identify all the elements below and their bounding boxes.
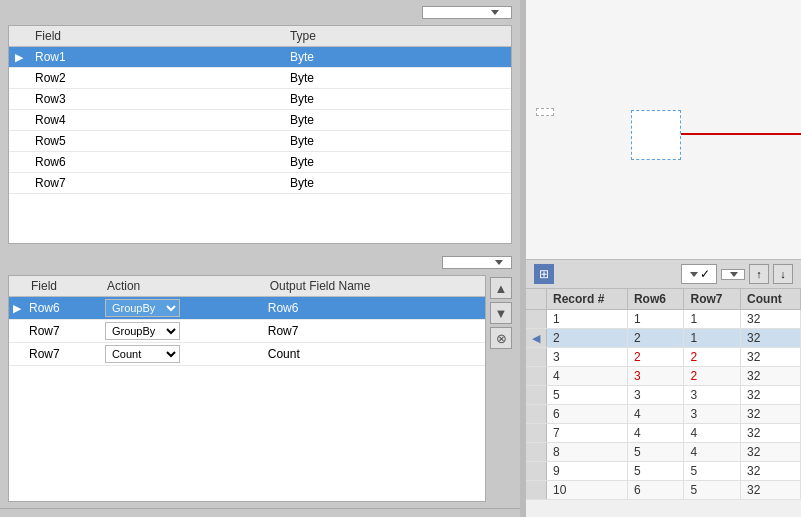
row-marker: [526, 386, 547, 405]
row-indicator: ▶: [9, 47, 29, 68]
field-type: Byte: [284, 47, 511, 68]
action-type-select[interactable]: Count: [105, 345, 180, 363]
move-up-button[interactable]: ▲: [490, 277, 512, 299]
actions-col-action: Action: [101, 276, 264, 297]
action-type-select[interactable]: GroupBy: [105, 299, 180, 317]
result-count: 32: [741, 386, 801, 405]
result-count: 32: [741, 443, 801, 462]
results-table-row[interactable]: 10 6 5 32: [526, 481, 801, 500]
field-type: Byte: [284, 173, 511, 194]
checkmark-icon: ✓: [700, 267, 710, 281]
actions-table-row[interactable]: ▶ Row6 GroupBy Row6: [9, 297, 485, 320]
row-indicator: [9, 152, 29, 173]
action-output: Row7: [264, 320, 485, 343]
field-type: Byte: [284, 68, 511, 89]
fields-table-row[interactable]: Row6 Byte: [9, 152, 511, 173]
result-count: 32: [741, 367, 801, 386]
result-record: 2: [547, 329, 628, 348]
action-type-cell: GroupBy: [101, 320, 264, 343]
results-table-row[interactable]: 7 4 4 32: [526, 424, 801, 443]
cell-viewer-button[interactable]: [721, 269, 745, 280]
result-row7: 3: [684, 405, 741, 424]
actions-header: [8, 256, 512, 269]
field-type: Byte: [284, 110, 511, 131]
actions-body: Field Action Output Field Name ▶ Row6 Gr…: [8, 275, 512, 502]
row-marker: [526, 348, 547, 367]
results-table-row[interactable]: 3 2 2 32: [526, 348, 801, 367]
result-row7: 3: [684, 386, 741, 405]
row-marker: [526, 443, 547, 462]
results-table-row[interactable]: 8 5 4 32: [526, 443, 801, 462]
actions-controls: ▲ ▼ ⊗: [490, 275, 512, 502]
result-row6: 6: [627, 481, 684, 500]
results-col-row7: Row7: [684, 289, 741, 310]
fields-table-row[interactable]: Row2 Byte: [9, 68, 511, 89]
field-type: Byte: [284, 89, 511, 110]
result-record: 6: [547, 405, 628, 424]
result-row6: 2: [627, 329, 684, 348]
row-indicator: ▶: [9, 297, 25, 320]
move-down-button[interactable]: ▼: [490, 302, 512, 324]
result-row7: 5: [684, 462, 741, 481]
result-record: 5: [547, 386, 628, 405]
result-row6: 5: [627, 443, 684, 462]
result-row6: 4: [627, 424, 684, 443]
actions-table-row[interactable]: Row7 GroupBy Row7: [9, 320, 485, 343]
fields-table-row[interactable]: Row5 Byte: [9, 131, 511, 152]
results-table-row[interactable]: 5 3 3 32: [526, 386, 801, 405]
result-record: 10: [547, 481, 628, 500]
row-marker: [526, 424, 547, 443]
fields-col-type: Type: [284, 26, 511, 47]
result-row6: 1: [627, 310, 684, 329]
actions-table-row[interactable]: Row7 Count Count: [9, 343, 485, 366]
actions-col-output: Output Field Name: [264, 276, 485, 297]
result-count: 32: [741, 348, 801, 367]
result-row7: 1: [684, 310, 741, 329]
select-button[interactable]: [422, 6, 512, 19]
right-panel: ⊞ ✓ ↑ ↓: [526, 0, 801, 517]
results-col-count: Count: [741, 289, 801, 310]
add-dropdown-arrow: [495, 260, 503, 265]
fields-table: Field Type ▶ Row1 Byte Row2 Byte Row3 By…: [8, 25, 512, 244]
action-type-select[interactable]: GroupBy: [105, 322, 180, 340]
result-row7: 4: [684, 443, 741, 462]
results-table-row[interactable]: 1 1 1 32: [526, 310, 801, 329]
field-name: Row4: [29, 110, 284, 131]
row-indicator: [9, 68, 29, 89]
result-count: 32: [741, 481, 801, 500]
fields-table-row[interactable]: ▶ Row1 Byte: [9, 47, 511, 68]
field-name: Row2: [29, 68, 284, 89]
fields-table-row[interactable]: Row3 Byte: [9, 89, 511, 110]
sort-asc-button[interactable]: ↑: [749, 264, 769, 284]
results-table-row[interactable]: 6 4 3 32: [526, 405, 801, 424]
add-button[interactable]: [442, 256, 512, 269]
results-table-row[interactable]: ◀ 2 2 1 32: [526, 329, 801, 348]
results-table-row[interactable]: 4 3 2 32: [526, 367, 801, 386]
fields-count-button[interactable]: ✓: [681, 264, 717, 284]
fields-header: [8, 6, 512, 19]
action-field: Row6: [25, 297, 101, 320]
field-name: Row7: [29, 173, 284, 194]
results-header: ⊞ ✓ ↑ ↓: [526, 260, 801, 289]
result-row7: 1: [684, 329, 741, 348]
result-row7: 4: [684, 424, 741, 443]
canvas-area: [526, 0, 801, 260]
row-indicator: [9, 131, 29, 152]
action-properties: [0, 508, 520, 517]
sort-desc-button[interactable]: ↓: [773, 264, 793, 284]
fields-table-row[interactable]: Row4 Byte: [9, 110, 511, 131]
action-type-cell: GroupBy: [101, 297, 264, 320]
results-col-row6: Row6: [627, 289, 684, 310]
action-output: Count: [264, 343, 485, 366]
field-type: Byte: [284, 152, 511, 173]
field-name: Row3: [29, 89, 284, 110]
summarize-icon[interactable]: [631, 110, 681, 160]
grid-icon-button[interactable]: ⊞: [534, 264, 554, 284]
result-row6: 4: [627, 405, 684, 424]
actions-col-indicator: [9, 276, 25, 297]
fields-table-row[interactable]: Row7 Byte: [9, 173, 511, 194]
remove-button[interactable]: ⊗: [490, 327, 512, 349]
cell-viewer-arrow: [730, 272, 738, 277]
results-table-row[interactable]: 9 5 5 32: [526, 462, 801, 481]
results-controls: ✓ ↑ ↓: [681, 264, 793, 284]
